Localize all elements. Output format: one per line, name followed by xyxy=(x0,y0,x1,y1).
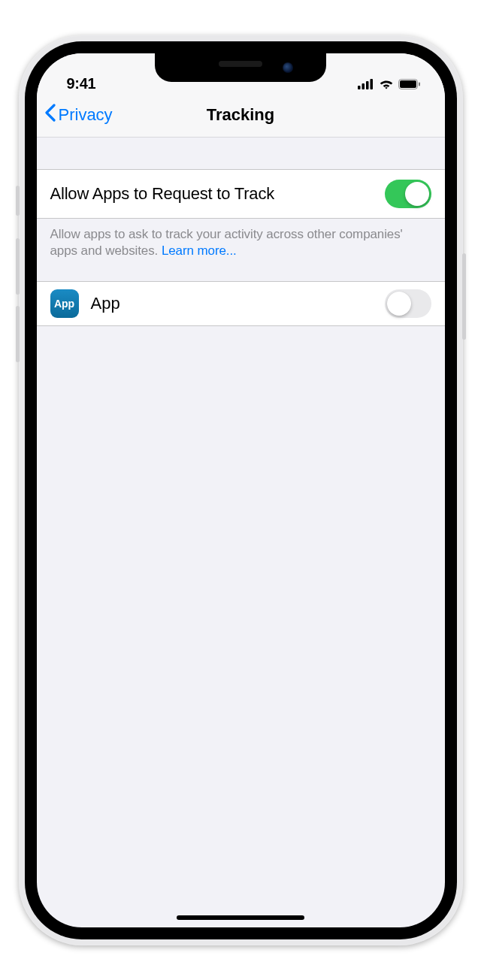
app-tracking-toggle[interactable] xyxy=(385,289,431,318)
battery-icon xyxy=(398,79,421,92)
notch xyxy=(155,53,326,82)
status-time: 9:41 xyxy=(67,75,96,92)
volume-up-button xyxy=(16,238,20,295)
back-button[interactable]: Privacy xyxy=(44,104,113,126)
mute-switch xyxy=(16,186,20,216)
app-tracking-row: App App xyxy=(37,281,445,326)
cellular-icon xyxy=(358,79,374,92)
home-indicator[interactable] xyxy=(177,915,304,920)
svg-rect-1 xyxy=(362,83,365,89)
toggle-knob xyxy=(387,292,411,316)
volume-down-button xyxy=(16,306,20,362)
wifi-icon xyxy=(379,79,394,92)
phone-frame: 9:41 Pri xyxy=(19,35,463,945)
toggle-knob xyxy=(405,182,429,206)
svg-rect-6 xyxy=(419,82,420,86)
chevron-left-icon xyxy=(44,104,56,126)
learn-more-link[interactable]: Learn more... xyxy=(162,243,237,258)
screen: 9:41 Pri xyxy=(37,53,445,927)
allow-apps-request-toggle[interactable] xyxy=(385,180,431,208)
svg-rect-0 xyxy=(358,86,361,89)
svg-rect-5 xyxy=(400,80,416,88)
svg-rect-2 xyxy=(366,81,369,89)
back-label: Privacy xyxy=(59,105,113,125)
navigation-bar: Privacy Tracking xyxy=(37,94,445,138)
app-name-label: App xyxy=(91,294,385,313)
status-icons xyxy=(358,79,421,92)
power-button xyxy=(462,253,466,340)
svg-rect-3 xyxy=(370,79,373,89)
allow-apps-request-row: Allow Apps to Request to Track xyxy=(37,169,445,219)
allow-apps-request-label: Allow Apps to Request to Track xyxy=(50,184,275,204)
section-footer: Allow apps to ask to track your activity… xyxy=(37,219,445,282)
content-area: Allow Apps to Request to Track Allow app… xyxy=(37,138,445,327)
app-icon: App xyxy=(50,289,79,318)
page-title: Tracking xyxy=(207,105,274,125)
front-camera xyxy=(283,62,293,73)
speaker-grille xyxy=(219,61,262,67)
